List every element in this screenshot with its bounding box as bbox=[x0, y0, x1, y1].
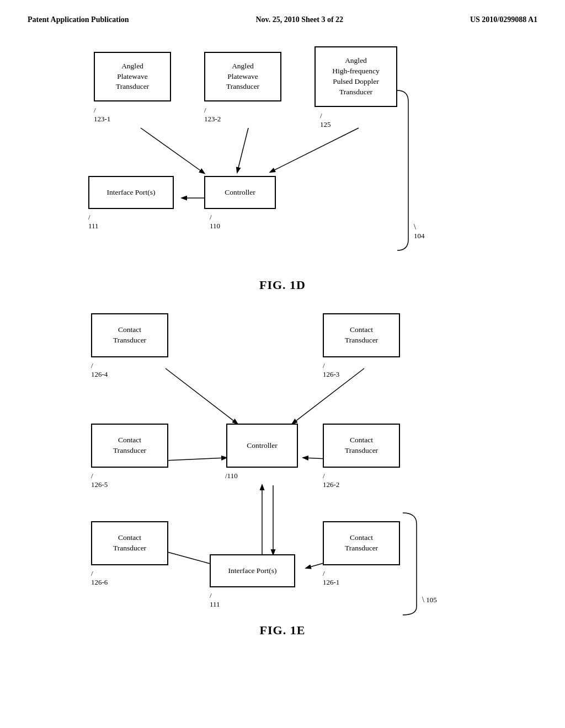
svg-line-2 bbox=[270, 128, 359, 172]
label-126-4: /126-4 bbox=[91, 361, 108, 379]
box-controller: Controller bbox=[204, 176, 276, 209]
label-110: /110 bbox=[210, 213, 220, 231]
fig1e-label: FIG. 1E bbox=[33, 623, 532, 638]
patent-header: Patent Application Publication Nov. 25, … bbox=[0, 0, 565, 30]
box-controller-1e: Controller bbox=[226, 424, 298, 468]
diagram-fig1d: AngledPlatewaveTransducer /123-1 AngledP… bbox=[33, 35, 532, 272]
label-126-2: /126-2 bbox=[323, 472, 339, 489]
label-126-3: /126-3 bbox=[323, 361, 339, 379]
label-104: \ 104 bbox=[414, 223, 425, 240]
label-123-2: /123-2 bbox=[204, 106, 221, 124]
label-126-1: /126-1 bbox=[323, 569, 339, 587]
header-left: Patent Application Publication bbox=[28, 15, 129, 24]
header-right: US 2010/0299088 A1 bbox=[470, 15, 537, 24]
box-ct3: ContactTransducer bbox=[323, 313, 400, 357]
box-ct1: ContactTransducer bbox=[323, 521, 400, 565]
box-ct5: ContactTransducer bbox=[91, 424, 168, 468]
box-ct6: ContactTransducer bbox=[91, 521, 168, 565]
svg-line-1 bbox=[237, 128, 248, 172]
label-111: /111 bbox=[88, 213, 99, 231]
box-transducer-2: AngledPlatewaveTransducer bbox=[204, 52, 281, 101]
box-interface-1e: Interface Port(s) bbox=[210, 554, 295, 587]
label-111-1e: /111 bbox=[210, 591, 220, 609]
diagram-fig1e: ContactTransducer /126-4 ContactTransduc… bbox=[33, 303, 532, 618]
box-ct4: ContactTransducer bbox=[91, 313, 168, 357]
box-transducer-3: AngledHigh-frequencyPulsed DopplerTransd… bbox=[315, 46, 397, 107]
box-ct2: ContactTransducer bbox=[323, 424, 400, 468]
label-110-1e: /110 bbox=[225, 472, 238, 480]
label-125: /125 bbox=[320, 111, 331, 129]
label-126-6: /126-6 bbox=[91, 569, 108, 587]
svg-line-0 bbox=[141, 128, 204, 173]
svg-line-6 bbox=[166, 458, 226, 461]
box-interface: Interface Port(s) bbox=[88, 176, 174, 209]
svg-line-4 bbox=[166, 368, 237, 424]
label-126-5: /126-5 bbox=[91, 472, 108, 489]
label-105: \ 105 bbox=[422, 596, 437, 604]
box-transducer-1: AngledPlatewaveTransducer bbox=[94, 52, 171, 101]
header-center: Nov. 25, 2010 Sheet 3 of 22 bbox=[255, 15, 343, 24]
label-123-1: /123-1 bbox=[94, 106, 110, 124]
fig1d-label: FIG. 1D bbox=[33, 278, 532, 292]
